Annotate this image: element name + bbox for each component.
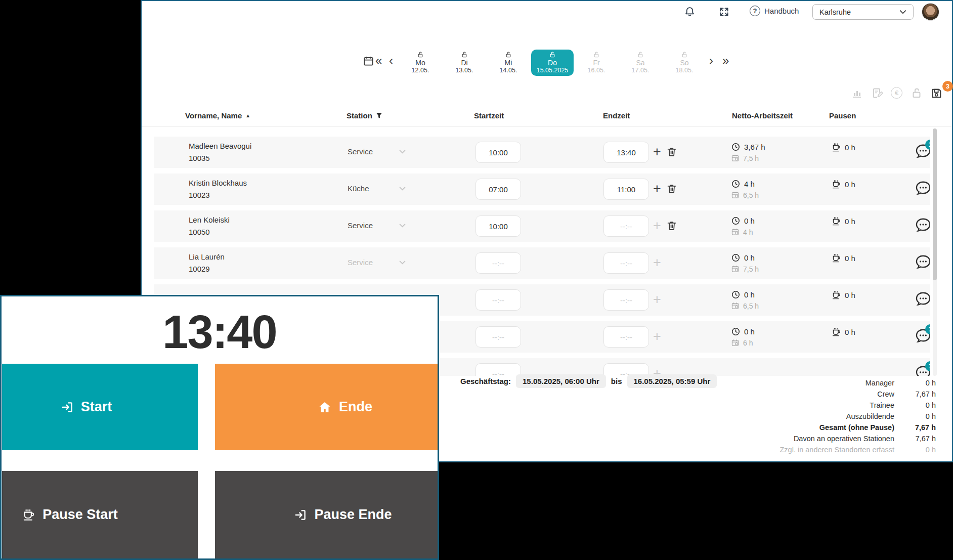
start-time-input[interactable] xyxy=(475,289,521,311)
total-line: Auszubildende0 h xyxy=(622,411,936,422)
handbuch-link[interactable]: ? Handbuch xyxy=(750,6,799,16)
station-value: Service xyxy=(348,221,399,230)
next-week-button[interactable]: » xyxy=(722,52,729,70)
station-select[interactable]: Service xyxy=(348,258,406,267)
bell-icon[interactable] xyxy=(684,6,696,18)
pause-cell: 0 h xyxy=(832,327,855,337)
column-end-header: Endzeit xyxy=(603,111,630,120)
employee-name: Madleen Beavogui xyxy=(189,141,251,151)
location-selector[interactable]: Karlsruhe xyxy=(812,4,914,20)
scrollbar-track[interactable] xyxy=(933,128,937,376)
pause-ende-button[interactable]: Pause Ende xyxy=(215,471,438,558)
table-row: Madleen Beavogui 10035 Service + 3,67 h … xyxy=(154,137,930,168)
add-shift-button[interactable]: + xyxy=(651,291,664,308)
pause-cell: 0 h xyxy=(832,180,855,189)
comment-button[interactable] xyxy=(915,254,930,270)
planned-hours-icon xyxy=(731,301,740,310)
start-button[interactable]: Start xyxy=(2,364,198,450)
day-button-di[interactable]: Di 13.05. xyxy=(443,50,486,76)
comment-button[interactable]: 1 xyxy=(915,328,930,344)
employee-name: Len Koleiski xyxy=(189,214,230,225)
comment-button[interactable] xyxy=(915,180,930,196)
end-time-input[interactable] xyxy=(603,326,649,348)
end-time-input[interactable] xyxy=(603,216,649,237)
station-select[interactable]: Küche xyxy=(348,184,406,193)
coffee-icon xyxy=(832,253,841,263)
calendar-icon[interactable] xyxy=(363,55,374,67)
euro-icon[interactable]: € xyxy=(891,87,902,99)
day-button-do-selected[interactable]: Do 15.05.2025 xyxy=(531,50,574,76)
employee-cell: Lia Laurén 10029 xyxy=(189,251,225,274)
total-line-gesamt: Gesamt (ohne Pause)7,67 h xyxy=(622,422,936,433)
lock-icon[interactable] xyxy=(911,87,923,99)
business-day-label: Geschäftstag: xyxy=(460,377,511,385)
clock-icon xyxy=(731,142,741,152)
column-name-header[interactable]: Vorname, Name ▲ xyxy=(185,111,250,120)
help-icon: ? xyxy=(750,6,760,16)
day-button-fr[interactable]: Fr 16.05. xyxy=(575,50,618,76)
scrollbar-thumb[interactable] xyxy=(933,128,937,280)
next-day-button[interactable]: › xyxy=(709,52,713,70)
station-value: Service xyxy=(348,258,399,267)
add-shift-button[interactable]: + xyxy=(651,180,664,197)
day-button-mo[interactable]: Mo 12.05. xyxy=(399,50,442,76)
start-time-input[interactable] xyxy=(475,179,521,200)
prev-week-button[interactable]: « xyxy=(375,52,382,70)
end-time-input[interactable] xyxy=(603,142,649,163)
prev-day-button[interactable]: ‹ xyxy=(389,52,393,70)
station-select[interactable]: Service xyxy=(348,147,406,156)
employee-name: Lia Laurén xyxy=(189,251,225,262)
end-time-input[interactable] xyxy=(603,179,649,200)
table-row: Len Koleiski 10050 Service + 0 h 4 h 0 h xyxy=(154,210,930,242)
station-select[interactable]: Service xyxy=(348,221,406,230)
trash-icon[interactable] xyxy=(666,220,677,231)
day-button-mi[interactable]: Mi 14.05. xyxy=(487,50,530,76)
lock-open-icon xyxy=(417,51,424,58)
login-icon xyxy=(61,401,74,414)
clock-icon xyxy=(731,216,741,226)
add-shift-button[interactable]: + xyxy=(651,254,664,271)
trash-icon[interactable] xyxy=(666,146,677,157)
end-time-input[interactable] xyxy=(603,289,649,311)
day-button-sa[interactable]: Sa 17.05. xyxy=(619,50,662,76)
bis-label: bis xyxy=(611,377,622,385)
add-shift-button[interactable]: + xyxy=(651,217,664,234)
avatar[interactable] xyxy=(922,3,939,21)
topbar: ? Handbuch Karlsruhe xyxy=(142,1,952,23)
chat-icon xyxy=(915,254,930,270)
comment-button[interactable] xyxy=(915,217,930,233)
sort-asc-icon: ▲ xyxy=(245,113,250,118)
save-icon[interactable] xyxy=(930,87,943,100)
lock-open-icon xyxy=(505,51,512,58)
netto-cell: 0 h 6,5 h xyxy=(731,290,759,310)
chart-icon[interactable] xyxy=(851,87,863,99)
day-button-so[interactable]: So 18.05. xyxy=(663,50,706,76)
trash-icon[interactable] xyxy=(666,183,677,194)
ende-button[interactable]: Ende xyxy=(215,364,438,450)
add-shift-button[interactable]: + xyxy=(651,143,664,160)
end-time-input[interactable] xyxy=(603,252,649,274)
comment-button[interactable]: 1 xyxy=(915,365,930,376)
coffee-icon xyxy=(832,143,841,152)
start-time-input[interactable] xyxy=(475,142,521,163)
table-row: Lia Laurén 10029 Service + 0 h 7,5 h 0 h xyxy=(154,247,930,279)
pause-start-button[interactable]: Pause Start xyxy=(2,471,198,558)
planned-hours-icon xyxy=(731,265,740,273)
start-time-input[interactable] xyxy=(475,252,521,274)
clock-icon xyxy=(731,179,741,189)
start-time-input[interactable] xyxy=(475,216,521,237)
table-row: Kristin Blockhaus 10023 Küche + 4 h 6,5 … xyxy=(154,174,930,205)
document-edit-icon[interactable] xyxy=(871,87,883,99)
netto-cell: 0 h 6 h xyxy=(731,327,755,347)
fullscreen-icon[interactable] xyxy=(718,6,730,18)
total-line: Crew7,67 h xyxy=(622,389,936,400)
comment-button[interactable] xyxy=(915,291,930,307)
total-line: Trainee0 h xyxy=(622,400,936,411)
comment-button[interactable]: 1 xyxy=(915,143,930,159)
table-toolbar: € 3 xyxy=(142,85,952,103)
add-shift-button[interactable]: + xyxy=(651,328,664,345)
column-station-header[interactable]: Station xyxy=(346,111,382,120)
start-time-input[interactable] xyxy=(475,326,521,348)
chat-icon xyxy=(915,291,930,307)
employee-name: Kristin Blockhaus xyxy=(189,178,247,188)
